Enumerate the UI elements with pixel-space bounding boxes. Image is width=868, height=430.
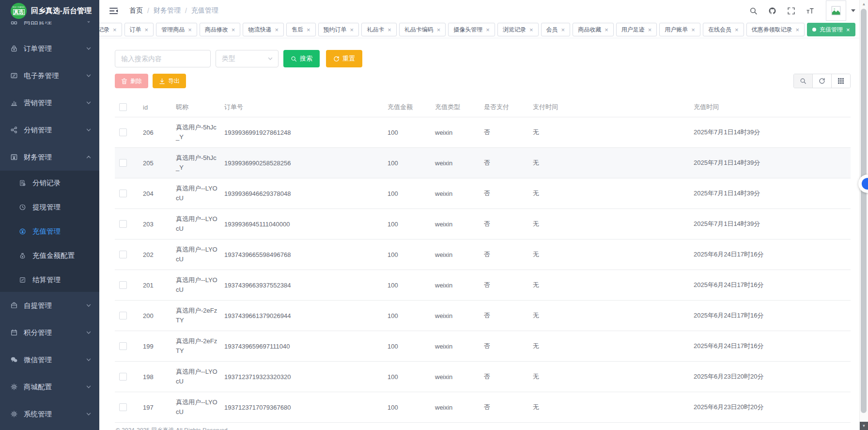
wallet-icon bbox=[10, 153, 18, 161]
delete-button[interactable]: 删除 bbox=[115, 74, 148, 88]
tab-商品收藏[interactable]: 商品收藏× bbox=[573, 23, 614, 36]
close-icon[interactable]: × bbox=[275, 27, 279, 33]
github-icon[interactable] bbox=[768, 7, 776, 15]
sidebar-item-财务管理[interactable]: 财务管理 bbox=[0, 143, 99, 171]
column-header-支付时间: 支付时间 bbox=[533, 103, 694, 111]
table-row: 201真选用户--LYOcU1937439663937552384100weix… bbox=[115, 270, 851, 301]
breadcrumb-item-首页[interactable]: 首页 bbox=[129, 6, 143, 15]
sidebar-subitem-提现管理[interactable]: 提现管理 bbox=[0, 195, 99, 219]
row-checkbox[interactable] bbox=[119, 403, 127, 411]
scrollbar-thumb[interactable] bbox=[861, 9, 867, 413]
search-button[interactable]: 搜索 bbox=[283, 50, 320, 67]
tab-浏览记录[interactable]: 浏览记录× bbox=[497, 23, 539, 36]
cell-order_no: 1937439659697111040 bbox=[224, 343, 388, 350]
cell-nickname: 真选用户-2eFzTY bbox=[176, 306, 224, 325]
select-all-checkbox[interactable] bbox=[119, 103, 127, 111]
close-icon[interactable]: × bbox=[529, 27, 533, 33]
fullscreen-icon[interactable] bbox=[787, 7, 795, 15]
row-checkbox[interactable] bbox=[119, 342, 127, 350]
row-checkbox[interactable] bbox=[119, 373, 127, 381]
sidebar-subitem-充值金额配置[interactable]: 充值金额配置 bbox=[0, 243, 99, 268]
tab-充值管理[interactable]: 充值管理× bbox=[807, 23, 855, 36]
refresh-view-button[interactable] bbox=[812, 74, 831, 88]
sidebar-item-商城配置[interactable]: 商城配置 bbox=[0, 373, 99, 400]
row-checkbox[interactable] bbox=[119, 128, 127, 136]
tab-售后[interactable]: 售后× bbox=[286, 23, 316, 36]
tab-商品修改[interactable]: 商品修改× bbox=[200, 23, 241, 36]
sidebar-item-订单管理[interactable]: 订单管理 bbox=[0, 35, 99, 62]
tab-会员[interactable]: 会员× bbox=[541, 23, 571, 36]
row-checkbox[interactable] bbox=[119, 190, 127, 197]
row-checkbox[interactable] bbox=[119, 220, 127, 228]
row-checkbox[interactable] bbox=[119, 312, 127, 319]
sidebar-subitem-充值管理[interactable]: 充值管理 bbox=[0, 219, 99, 243]
tab-订单[interactable]: 订单× bbox=[124, 23, 154, 36]
close-icon[interactable]: × bbox=[691, 27, 695, 33]
sidebar-item-label: 系统管理 bbox=[24, 410, 86, 419]
row-checkbox[interactable] bbox=[119, 281, 127, 289]
close-icon[interactable]: × bbox=[648, 27, 652, 33]
row-checkbox[interactable] bbox=[119, 159, 127, 167]
search-icon[interactable] bbox=[749, 7, 758, 15]
avatar[interactable] bbox=[826, 0, 846, 21]
clock-icon bbox=[19, 204, 26, 211]
sidebar-item-微信管理[interactable]: 微信管理 bbox=[0, 346, 99, 373]
chevron-down-icon bbox=[267, 56, 273, 62]
sidebar-item-积分管理[interactable]: 积分管理 bbox=[0, 319, 99, 346]
tab-物流快递[interactable]: 物流快递× bbox=[243, 23, 284, 36]
search-input[interactable] bbox=[115, 50, 211, 67]
breadcrumb-item-财务管理[interactable]: 财务管理 bbox=[154, 6, 181, 15]
type-select[interactable]: 类型 bbox=[216, 50, 279, 67]
cell-id: 204 bbox=[143, 190, 176, 197]
close-icon[interactable]: × bbox=[188, 27, 192, 33]
close-icon[interactable]: × bbox=[604, 27, 608, 33]
tab-摄像头管理[interactable]: 摄像头管理× bbox=[448, 23, 495, 36]
close-icon[interactable]: × bbox=[735, 27, 739, 33]
tab-记录[interactable]: 记录× bbox=[99, 23, 122, 36]
fontsize-icon[interactable] bbox=[806, 7, 814, 15]
tab-管理商品[interactable]: 管理商品× bbox=[156, 23, 197, 36]
cell-amount: 100 bbox=[388, 282, 435, 289]
tab-预约订单[interactable]: 预约订单× bbox=[318, 23, 359, 36]
sidebar-subitem-结算管理[interactable]: 结算管理 bbox=[0, 268, 99, 292]
close-icon[interactable]: × bbox=[388, 27, 391, 33]
tab-优惠券领取记录[interactable]: 优惠券领取记录× bbox=[746, 23, 805, 36]
sidebar-item-营销管理[interactable]: 营销管理 bbox=[0, 89, 99, 116]
close-icon[interactable]: × bbox=[113, 27, 117, 33]
close-icon[interactable]: × bbox=[486, 27, 490, 33]
sidebar-item-系统管理[interactable]: 系统管理 bbox=[0, 400, 99, 428]
row-checkbox[interactable] bbox=[119, 251, 127, 258]
tab-礼品卡[interactable]: 礼品卡× bbox=[361, 23, 397, 36]
close-icon[interactable]: × bbox=[307, 27, 310, 33]
cell-pay_time: 无 bbox=[533, 220, 694, 228]
grid9-view-button[interactable] bbox=[831, 74, 850, 88]
close-icon[interactable]: × bbox=[350, 27, 354, 33]
cell-pay_time: 无 bbox=[533, 159, 694, 167]
close-icon[interactable]: × bbox=[145, 27, 149, 33]
breadcrumb-item-充值管理[interactable]: 充值管理 bbox=[191, 6, 218, 15]
close-icon[interactable]: × bbox=[846, 27, 850, 33]
tab-礼品卡编码[interactable]: 礼品卡编码× bbox=[399, 23, 446, 36]
sidebar-item-分销管理[interactable]: 分销管理 bbox=[0, 116, 99, 143]
sidebar-subitem-分销记录[interactable]: 分销记录 bbox=[0, 171, 99, 195]
close-icon[interactable]: × bbox=[561, 27, 565, 33]
close-icon[interactable]: × bbox=[437, 27, 441, 33]
tab-用户足迹[interactable]: 用户足迹× bbox=[616, 23, 657, 36]
sidebar-item-自提管理[interactable]: 自提管理 bbox=[0, 292, 99, 319]
search-view-button[interactable] bbox=[794, 74, 812, 88]
chevron-down-icon bbox=[86, 73, 92, 79]
reset-button[interactable]: 重置 bbox=[326, 50, 362, 67]
tab-在线会员[interactable]: 在线会员× bbox=[703, 23, 744, 36]
close-icon[interactable]: × bbox=[232, 27, 235, 33]
export-button-label: 导出 bbox=[168, 77, 180, 85]
table-row: 206真选用户-5hJc_Y1939936991927861248100weix… bbox=[115, 117, 851, 148]
chevron-down-icon bbox=[86, 411, 92, 417]
sidebar-item-电子券管理[interactable]: 电子券管理 bbox=[0, 62, 99, 89]
collapse-icon[interactable] bbox=[109, 7, 118, 15]
export-button[interactable]: 导出 bbox=[153, 74, 186, 88]
scroll-up-arrow[interactable]: ▲ bbox=[860, 0, 868, 8]
user-avatar-menu[interactable] bbox=[826, 0, 855, 21]
scroll-down-arrow[interactable]: ▼ bbox=[860, 422, 868, 430]
close-icon[interactable]: × bbox=[796, 27, 800, 33]
tab-用户账单[interactable]: 用户账单× bbox=[659, 23, 700, 36]
